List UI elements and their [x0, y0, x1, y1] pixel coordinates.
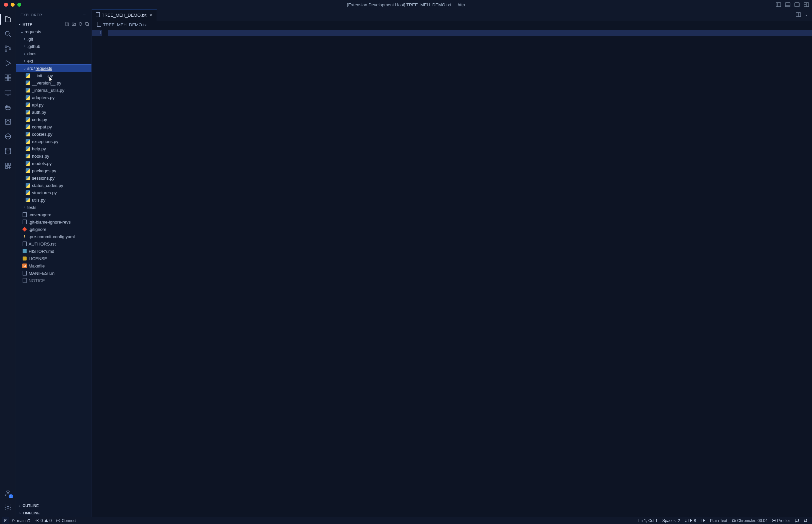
- file-tree[interactable]: ⌄ requests ›.git ›.github ›docs ›ext ⌄ s…: [16, 28, 91, 502]
- activity-extensions-icon[interactable]: [0, 70, 16, 85]
- editor-body[interactable]: 1: [92, 29, 812, 517]
- tree-file[interactable]: .git-blame-ignore-revs: [16, 218, 91, 226]
- toggle-panel-icon[interactable]: [785, 2, 791, 7]
- collapse-all-icon[interactable]: [85, 22, 89, 27]
- status-language[interactable]: Plain Text: [708, 518, 729, 523]
- status-cursor-position[interactable]: Ln 1, Col 1: [636, 518, 660, 523]
- new-file-icon[interactable]: [65, 22, 69, 27]
- svg-rect-0: [776, 3, 781, 7]
- tree-folder-root[interactable]: ⌄ requests: [16, 28, 91, 35]
- editor-gutter: 1: [92, 29, 108, 517]
- activity-custom-ext3-icon[interactable]: [0, 158, 16, 173]
- status-remote[interactable]: ⎘: [2, 517, 9, 524]
- status-branch[interactable]: main: [9, 517, 33, 524]
- activity-database-icon[interactable]: [0, 144, 16, 158]
- section-timeline[interactable]: › TIMELINE: [16, 509, 91, 517]
- tree-file-py[interactable]: certs.py: [16, 116, 91, 123]
- warning-icon: [44, 519, 48, 522]
- status-encoding[interactable]: UTF-8: [682, 518, 698, 523]
- status-connect[interactable]: Connect: [54, 517, 79, 524]
- tree-file-py[interactable]: status_codes.py: [16, 182, 91, 189]
- tree-file[interactable]: HISTORY.md: [16, 247, 91, 255]
- svg-rect-31: [8, 163, 11, 165]
- tree-file-py[interactable]: cookies.py: [16, 130, 91, 138]
- explorer-section-label: HTTP: [22, 22, 32, 26]
- title-bar: [Extension Development Host] TREE_MEH_DE…: [0, 0, 812, 9]
- activity-remote-icon[interactable]: [0, 85, 16, 100]
- window-maximize-button[interactable]: [17, 3, 21, 7]
- refresh-icon[interactable]: [78, 22, 83, 27]
- prettier-status-icon: [772, 519, 776, 522]
- tree-file[interactable]: MANIFEST.in: [16, 269, 91, 277]
- tree-file[interactable]: LICENSE: [16, 255, 91, 262]
- status-bell-icon[interactable]: [801, 518, 810, 522]
- tree-folder[interactable]: ›.github: [16, 43, 91, 50]
- tree-file-py[interactable]: help.py: [16, 145, 91, 152]
- tree-folder[interactable]: ›ext: [16, 57, 91, 65]
- new-folder-icon[interactable]: [71, 22, 76, 27]
- tree-file[interactable]: .gitignore: [16, 226, 91, 233]
- svg-point-32: [7, 490, 9, 493]
- tree-folder[interactable]: ›docs: [16, 50, 91, 57]
- file-icon: [97, 22, 101, 28]
- split-editor-icon[interactable]: [796, 12, 801, 18]
- tree-file-py[interactable]: compat.py: [16, 123, 91, 130]
- toggle-primary-sidebar-icon[interactable]: [775, 2, 781, 7]
- tree-file-py[interactable]: __init__.py: [16, 72, 91, 79]
- status-feedback-icon[interactable]: [792, 518, 801, 523]
- tree-file-py[interactable]: __version__.py: [16, 79, 91, 86]
- activity-run-debug-icon[interactable]: [0, 56, 16, 70]
- activity-accounts-icon[interactable]: 1: [0, 486, 16, 500]
- toggle-secondary-sidebar-icon[interactable]: [794, 2, 800, 7]
- customize-layout-icon[interactable]: [803, 2, 809, 7]
- status-indentation[interactable]: Spaces: 2: [660, 518, 682, 523]
- tree-file[interactable]: .coveragerc: [16, 211, 91, 218]
- activity-search-icon[interactable]: [0, 27, 16, 41]
- tree-file-py[interactable]: auth.py: [16, 109, 91, 116]
- breadcrumb[interactable]: TREE_MEH_DEMO.txt: [92, 21, 812, 29]
- section-outline[interactable]: › OUTLINE: [16, 502, 91, 509]
- window-minimize-button[interactable]: [11, 3, 15, 7]
- editor-more-icon[interactable]: ⋯: [805, 13, 809, 18]
- tree-folder-src-requests[interactable]: ⌄ src / requests: [16, 65, 91, 72]
- error-icon: [36, 519, 39, 522]
- activity-bar: 1: [0, 9, 16, 517]
- status-chronicler[interactable]: Chronicler: 00:04: [729, 518, 770, 523]
- editor-tab[interactable]: TREE_MEH_DEMO.txt ✕: [92, 9, 157, 21]
- tree-file-py[interactable]: _internal_utils.py: [16, 86, 91, 94]
- activity-explorer-icon[interactable]: [0, 12, 16, 27]
- svg-rect-30: [5, 163, 7, 165]
- tree-file-py[interactable]: structures.py: [16, 189, 91, 196]
- tree-file[interactable]: .pre-commit-config.yaml: [16, 233, 91, 240]
- status-problems[interactable]: 0 0: [33, 517, 54, 524]
- tree-folder[interactable]: ›.git: [16, 35, 91, 43]
- status-prettier[interactable]: Prettier: [770, 518, 792, 523]
- tree-file-py[interactable]: packages.py: [16, 167, 91, 174]
- activity-docker-icon[interactable]: [0, 100, 16, 114]
- explorer-title: EXPLORER: [21, 13, 42, 17]
- activity-custom-ext2-icon[interactable]: [0, 129, 16, 144]
- editor-content[interactable]: [108, 29, 812, 517]
- activity-settings-icon[interactable]: [0, 500, 16, 515]
- tree-file-py[interactable]: sessions.py: [16, 174, 91, 182]
- svg-rect-17: [8, 75, 11, 78]
- tree-file-py[interactable]: exceptions.py: [16, 138, 91, 145]
- tree-file-py[interactable]: utils.py: [16, 196, 91, 203]
- status-eol[interactable]: LF: [698, 518, 708, 523]
- tree-file[interactable]: NOTICE: [16, 277, 91, 284]
- explorer-section-http[interactable]: › HTTP: [16, 21, 91, 28]
- tree-file-py[interactable]: models.py: [16, 160, 91, 167]
- tree-file-py[interactable]: hooks.py: [16, 152, 91, 160]
- tree-file[interactable]: Makefile: [16, 262, 91, 269]
- activity-custom-ext1-icon[interactable]: [0, 114, 16, 129]
- window-close-button[interactable]: [4, 3, 8, 7]
- activity-source-control-icon[interactable]: [0, 41, 16, 56]
- tab-close-icon[interactable]: ✕: [148, 13, 153, 18]
- tree-file[interactable]: AUTHORS.rst: [16, 240, 91, 247]
- explorer-more-icon[interactable]: ⋯: [83, 13, 87, 17]
- window-title: [Extension Development Host] TREE_MEH_DE…: [347, 2, 465, 7]
- editor-group: TREE_MEH_DEMO.txt ✕ ⋯ TREE_MEH_DEMO.txt …: [92, 9, 812, 517]
- tree-file-py[interactable]: api.py: [16, 101, 91, 109]
- tree-file-py[interactable]: adapters.py: [16, 94, 91, 101]
- tree-folder-tests[interactable]: ›tests: [16, 203, 91, 211]
